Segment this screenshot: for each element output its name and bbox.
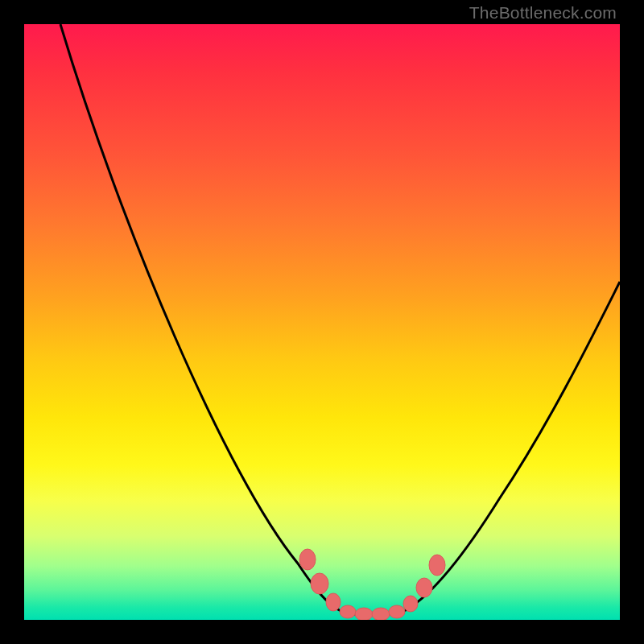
watermark-text: TheBottleneck.com [469,3,617,23]
bottleneck-curve-svg [24,24,620,620]
marker-bead [389,605,405,618]
marker-bead [311,573,328,594]
marker-bead [416,578,432,597]
marker-bead [355,608,373,620]
marker-bead [326,593,341,611]
marker-bead [299,549,316,570]
chart-frame [24,24,620,620]
marker-bead [403,596,418,612]
curve-left [60,24,342,612]
marker-bead [372,608,390,620]
marker-bead [340,605,356,618]
marker-bead [429,555,445,576]
